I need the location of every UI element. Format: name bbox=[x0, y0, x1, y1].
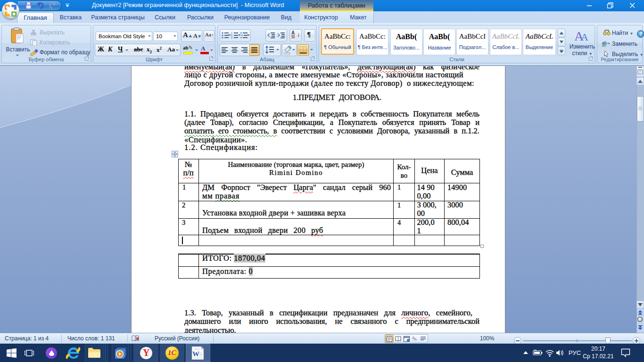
svg-text:3: 3 bbox=[231, 36, 232, 39]
svg-text:ac: ac bbox=[602, 43, 607, 47]
svg-text:W: W bbox=[192, 350, 199, 358]
svg-text:A: A bbox=[581, 31, 588, 42]
